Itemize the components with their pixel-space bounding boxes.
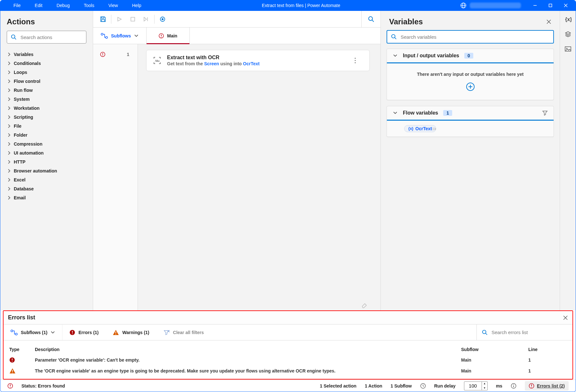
errors-link[interactable]: Errors list (2) — [525, 381, 569, 391]
menu-debug[interactable]: Debug — [50, 0, 77, 11]
chevron-right-icon — [7, 169, 11, 173]
actions-category-label: Loops — [14, 70, 27, 75]
toolbar-search-button[interactable] — [361, 11, 380, 27]
status-bar: Status: Errors found 1 Selected action 1… — [0, 380, 576, 392]
chevron-right-icon — [7, 124, 11, 128]
error-row[interactable]: Parameter 'OCR engine variable': Can't b… — [9, 355, 567, 365]
row-line: 1 — [528, 357, 567, 363]
minimize-button[interactable] — [527, 0, 543, 11]
variable-chip-ocrtext[interactable]: {x} OcrText — [404, 125, 436, 132]
actions-category[interactable]: Loops — [0, 68, 93, 77]
actions-category[interactable]: Workstation — [0, 104, 93, 113]
svg-point-44 — [72, 333, 73, 334]
svg-point-17 — [101, 33, 103, 35]
menu-edit[interactable]: Edit — [28, 0, 50, 11]
filter-errors[interactable]: Errors (1) — [62, 324, 106, 340]
actions-list[interactable]: VariablesConditionalsLoopsFlow controlRu… — [0, 48, 93, 205]
actions-category[interactable]: Flow control — [0, 77, 93, 86]
actions-category[interactable]: Excel — [0, 175, 93, 184]
svg-rect-11 — [131, 17, 135, 21]
actions-category[interactable]: Database — [0, 184, 93, 193]
search-errors[interactable] — [476, 324, 572, 340]
actions-category[interactable]: UI automation — [0, 148, 93, 157]
rundelay-value[interactable] — [464, 383, 482, 389]
actions-category[interactable]: HTTP — [0, 157, 93, 166]
subflows-button[interactable]: Subflows — [93, 28, 147, 44]
rundelay-input[interactable]: ▲▼ — [464, 381, 488, 390]
svg-point-7 — [12, 35, 15, 38]
clear-filters-button[interactable]: Clear all filters — [156, 324, 211, 340]
rail-images-button[interactable] — [564, 46, 572, 52]
flow-variables-header[interactable]: Flow variables 1 — [387, 106, 554, 121]
chevron-right-icon — [7, 187, 11, 191]
add-io-variable-button[interactable] — [466, 83, 475, 91]
flow-variables-title: Flow variables — [403, 110, 438, 116]
svg-point-27 — [355, 60, 356, 61]
search-icon — [11, 34, 17, 40]
filter-warnings[interactable]: Warnings (1) — [106, 324, 156, 340]
actions-category[interactable]: Run flow — [0, 86, 93, 95]
actions-category[interactable]: Browser automation — [0, 166, 93, 175]
svg-point-41 — [15, 333, 17, 335]
flow-canvas[interactable]: Abc Extract text with OCR Get text from … — [138, 44, 380, 310]
save-button[interactable] — [96, 12, 110, 26]
rail-variables-button[interactable]: {x} — [564, 16, 572, 22]
step-button[interactable] — [140, 12, 153, 26]
flow-step[interactable]: Abc Extract text with OCR Get text from … — [146, 50, 370, 71]
error-icon — [529, 383, 534, 389]
actions-category[interactable]: Compression — [0, 140, 93, 148]
record-button[interactable] — [156, 12, 169, 26]
menu-help[interactable]: Help — [125, 0, 148, 11]
actions-category-label: HTTP — [14, 159, 26, 164]
subflows-label: Subflows — [111, 33, 131, 38]
info-icon[interactable] — [511, 383, 516, 389]
line-gutter: 1 — [93, 44, 138, 310]
chevron-right-icon — [7, 52, 11, 56]
spin-down[interactable]: ▼ — [482, 386, 487, 390]
search-actions[interactable] — [7, 31, 86, 44]
col-type: Type — [9, 347, 35, 352]
menu-file[interactable]: File — [6, 0, 28, 11]
chevron-right-icon — [7, 133, 11, 137]
svg-line-16 — [372, 20, 374, 22]
io-variables-header[interactable]: Input / output variables 0 — [387, 49, 554, 63]
flow-icon — [101, 33, 108, 39]
search-actions-input[interactable] — [20, 34, 82, 40]
search-errors-input[interactable] — [491, 329, 567, 335]
eraser-icon[interactable] — [361, 301, 368, 308]
actions-category[interactable]: Scripting — [0, 113, 93, 122]
actions-category[interactable]: Conditionals — [0, 59, 93, 68]
spin-up[interactable]: ▲ — [482, 381, 487, 386]
line-number: 1 — [127, 52, 129, 57]
error-row[interactable]: The 'OCR engine variable' as an engine t… — [9, 365, 567, 376]
search-icon — [391, 34, 397, 40]
filter-subflows[interactable]: Subflows (1) — [4, 324, 62, 340]
menu-tools[interactable]: Tools — [77, 0, 101, 11]
step-more-button[interactable] — [355, 58, 363, 63]
io-variables-title: Input / output variables — [403, 53, 459, 59]
maximize-button[interactable] — [543, 0, 558, 11]
close-errors-button[interactable] — [563, 315, 568, 320]
actions-category[interactable]: File — [0, 122, 93, 131]
environment-badge[interactable] — [454, 2, 527, 9]
actions-category[interactable]: Folder — [0, 131, 93, 140]
menu-view[interactable]: View — [101, 0, 125, 11]
filter-button[interactable] — [542, 110, 548, 116]
row-subflow: Main — [461, 368, 528, 373]
row-subflow: Main — [461, 357, 528, 363]
actions-category[interactable]: Variables — [0, 50, 93, 59]
close-window-button[interactable] — [558, 0, 573, 11]
rail-layers-button[interactable] — [564, 31, 572, 38]
search-variables[interactable] — [387, 30, 554, 44]
row-description: Parameter 'OCR engine variable': Can't b… — [35, 357, 461, 363]
run-button[interactable] — [113, 12, 126, 26]
chevron-right-icon — [7, 79, 11, 83]
svg-line-50 — [486, 333, 487, 335]
io-variables-card: Input / output variables 0 There aren't … — [387, 49, 554, 100]
actions-category[interactable]: System — [0, 95, 93, 104]
close-variables-button[interactable] — [546, 19, 551, 24]
search-variables-input[interactable] — [400, 34, 549, 40]
actions-category[interactable]: Email — [0, 193, 93, 202]
stop-button[interactable] — [126, 12, 140, 26]
tab-main[interactable]: Main — [147, 28, 190, 44]
